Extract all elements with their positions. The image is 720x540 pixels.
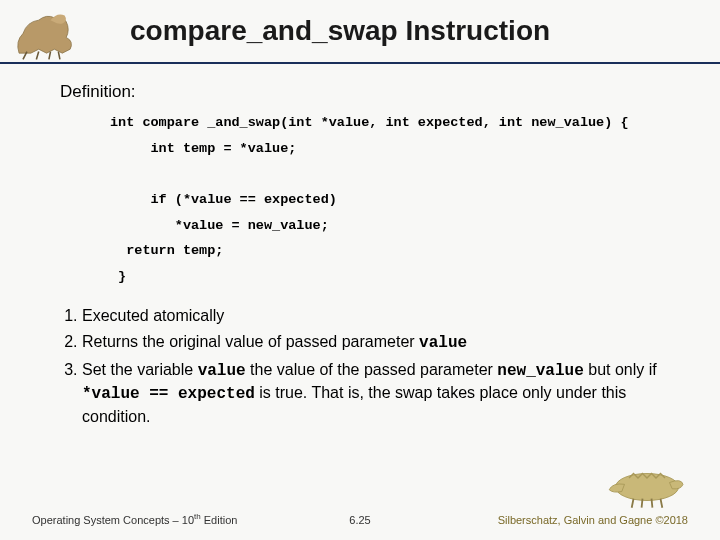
code-inline: value (419, 334, 467, 352)
list-text: but only if (584, 361, 657, 378)
ordered-list: Executed atomically Returns the original… (60, 305, 660, 427)
code-line: int temp = *value; (110, 141, 296, 156)
slide-title: compare_and_swap Instruction (130, 15, 550, 47)
list-item: Returns the original value of passed par… (82, 331, 660, 355)
slide-header: compare_and_swap Instruction (0, 0, 720, 64)
dinosaur-right-icon (602, 455, 692, 510)
footer-text: Edition (201, 514, 238, 526)
footer-text: Operating System Concepts – 10 (32, 514, 194, 526)
code-line: } (110, 269, 126, 284)
footer-page-number: 6.25 (349, 514, 370, 526)
code-inline: value (198, 362, 246, 380)
slide-content: Definition: int compare _and_swap(int *v… (0, 64, 720, 427)
footer-copyright: Silberschatz, Galvin and Gagne ©2018 (498, 514, 688, 526)
list-item: Set the variable value the value of the … (82, 359, 660, 428)
code-inline: *value == expected (82, 385, 255, 403)
code-line: *value = new_value; (110, 218, 329, 233)
footer-left: Operating System Concepts – 10th Edition (32, 512, 237, 526)
footer-sup: th (194, 512, 201, 521)
code-inline: new_value (497, 362, 583, 380)
list-text: the value of the passed parameter (246, 361, 498, 378)
list-text: Set the variable (82, 361, 198, 378)
code-block: int compare _and_swap(int *value, int ex… (110, 110, 660, 289)
list-text: Returns the original value of passed par… (82, 333, 419, 350)
list-item: Executed atomically (82, 305, 660, 327)
code-line: int compare _and_swap(int *value, int ex… (110, 115, 628, 130)
code-line: return temp; (110, 243, 223, 258)
list-text: Executed atomically (82, 307, 224, 324)
definition-label: Definition: (60, 82, 660, 102)
code-line: if (*value == expected) (110, 192, 337, 207)
dinosaur-left-icon (8, 6, 93, 61)
